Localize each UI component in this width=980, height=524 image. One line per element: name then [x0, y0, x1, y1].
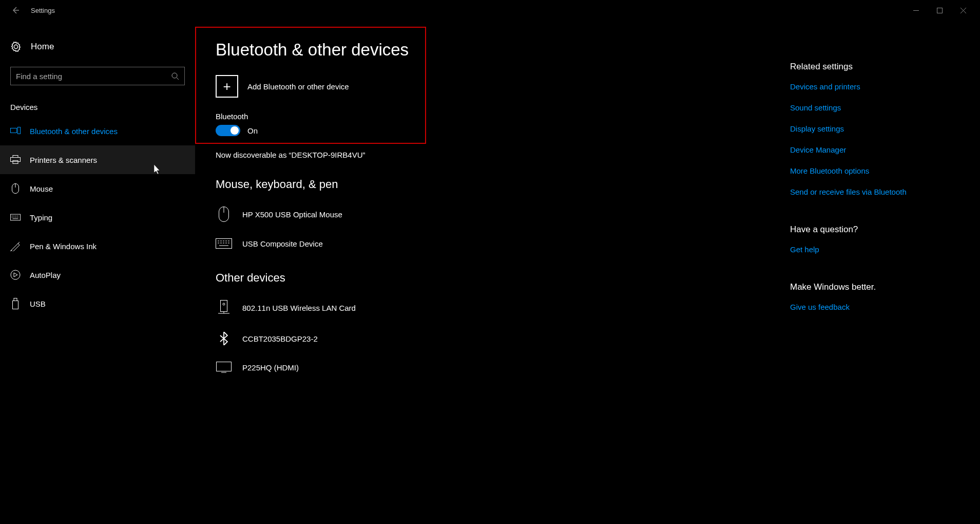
svg-rect-16 [221, 301, 227, 312]
sidebar-item-label: Bluetooth & other devices [30, 127, 118, 136]
sidebar-item-label: Typing [30, 213, 52, 222]
add-device-label: Add Bluetooth or other device [247, 82, 349, 91]
monitor-icon [216, 362, 232, 373]
arrow-left-icon [11, 6, 20, 14]
sidebar-item-mouse[interactable]: Mouse [0, 174, 195, 203]
link-send-receive-files[interactable]: Send or receive files via Bluetooth [790, 188, 965, 196]
device-name: CCBT2035BDGP23-2 [242, 334, 318, 343]
page-title: Bluetooth & other devices [216, 40, 764, 60]
svg-point-1 [172, 73, 177, 78]
devices-icon [10, 127, 21, 135]
sidebar-item-usb[interactable]: USB [0, 289, 195, 318]
question-heading: Have a question? [790, 224, 965, 235]
mouse-icon [216, 207, 232, 222]
search-input[interactable] [16, 72, 171, 81]
svg-rect-0 [937, 8, 942, 13]
svg-rect-2 [11, 128, 17, 133]
gear-icon [10, 41, 22, 52]
link-get-help[interactable]: Get help [790, 245, 965, 254]
device-item[interactable]: 802.11n USB Wireless LAN Card [216, 292, 764, 324]
section-title-input: Mouse, keyboard, & pen [216, 178, 764, 191]
device-item[interactable]: USB Composite Device [216, 230, 764, 257]
close-button[interactable] [951, 0, 975, 21]
svg-rect-15 [216, 239, 232, 249]
link-display-settings[interactable]: Display settings [790, 124, 965, 133]
link-more-bluetooth[interactable]: More Bluetooth options [790, 166, 965, 175]
svg-rect-12 [13, 301, 18, 309]
minimize-button[interactable] [904, 0, 928, 21]
related-heading: Related settings [790, 62, 965, 72]
maximize-icon [937, 8, 943, 13]
svg-rect-5 [11, 158, 21, 162]
sidebar-item-printers[interactable]: Printers & scanners [0, 145, 195, 174]
sidebar-item-typing[interactable]: Typing [0, 203, 195, 232]
back-button[interactable] [5, 0, 26, 21]
add-device-button[interactable]: + Add Bluetooth or other device [216, 75, 764, 98]
sidebar-item-autoplay[interactable]: AutoPlay [0, 260, 195, 289]
svg-rect-6 [13, 161, 18, 164]
device-name: USB Composite Device [242, 239, 323, 248]
mouse-icon [10, 183, 21, 194]
sidebar-item-label: AutoPlay [30, 271, 61, 279]
svg-point-10 [11, 270, 20, 279]
nav-group-label: Devices [0, 98, 195, 117]
device-name: HP X500 USB Optical Mouse [242, 210, 342, 219]
section-title-other: Other devices [216, 271, 764, 285]
bluetooth-toggle[interactable] [216, 125, 240, 136]
bluetooth-toggle-row: On [216, 125, 764, 136]
titlebar: Settings [0, 0, 980, 21]
printer-icon [10, 155, 21, 164]
svg-rect-4 [13, 156, 18, 158]
better-heading: Make Windows better. [790, 282, 965, 292]
link-feedback[interactable]: Give us feedback [790, 303, 965, 311]
sidebar-item-label: Mouse [30, 184, 53, 193]
link-sound-settings[interactable]: Sound settings [790, 103, 965, 112]
svg-rect-11 [14, 298, 17, 301]
search-box[interactable] [10, 67, 185, 85]
device-name: P225HQ (HDMI) [242, 363, 299, 372]
home-nav[interactable]: Home [0, 36, 195, 58]
sidebar-item-bluetooth[interactable]: Bluetooth & other devices [0, 117, 195, 145]
svg-point-17 [223, 303, 225, 305]
right-column: Related settings Devices and printers So… [785, 21, 980, 524]
maximize-button[interactable] [928, 0, 951, 21]
device-item[interactable]: CCBT2035BDGP23-2 [216, 324, 764, 353]
sidebar-item-label: USB [30, 300, 46, 308]
device-name: 802.11n USB Wireless LAN Card [242, 304, 356, 312]
window-controls [904, 0, 975, 21]
discoverable-text: Now discoverable as “DESKTOP-9IRB4VU” [216, 151, 764, 159]
search-icon [171, 72, 179, 80]
window-title: Settings [31, 7, 55, 14]
network-card-icon [216, 300, 232, 315]
pen-icon [10, 241, 21, 251]
link-devices-printers[interactable]: Devices and printers [790, 82, 965, 91]
bluetooth-label: Bluetooth [216, 112, 764, 121]
usb-icon [10, 298, 21, 309]
plus-icon: + [216, 75, 238, 98]
device-item[interactable]: P225HQ (HDMI) [216, 353, 764, 381]
bluetooth-icon [216, 332, 232, 345]
svg-rect-18 [217, 362, 232, 371]
autoplay-icon [10, 270, 21, 280]
sidebar-item-pen[interactable]: Pen & Windows Ink [0, 232, 195, 260]
toggle-state: On [247, 126, 258, 135]
home-label: Home [31, 42, 54, 52]
device-item[interactable]: HP X500 USB Optical Mouse [216, 198, 764, 230]
link-device-manager[interactable]: Device Manager [790, 145, 965, 154]
main-content: Bluetooth & other devices + Add Bluetoot… [195, 21, 785, 524]
sidebar-item-label: Pen & Windows Ink [30, 242, 97, 251]
svg-rect-3 [18, 127, 21, 134]
close-icon [960, 8, 966, 13]
keyboard-icon [216, 238, 232, 249]
sidebar: Home Devices Bluetooth & other devices P… [0, 21, 195, 524]
sidebar-item-label: Printers & scanners [30, 156, 97, 164]
minimize-icon [913, 8, 919, 13]
keyboard-icon [10, 214, 21, 221]
